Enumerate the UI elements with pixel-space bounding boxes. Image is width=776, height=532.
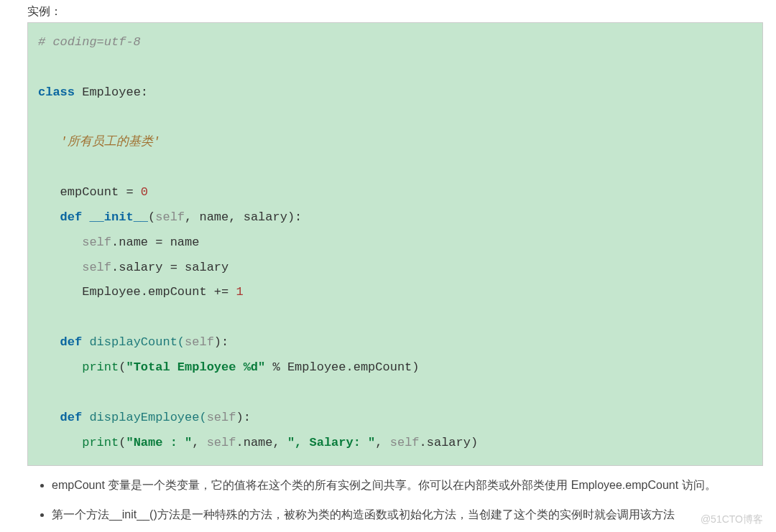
number-literal: 0 xyxy=(141,185,148,199)
code-line: def displayEmployee(self): xyxy=(38,411,251,424)
code-line: class Employee: xyxy=(38,85,148,99)
list-item: 第一个方法__init__()方法是一种特殊的方法，被称为类的构造函数或初始化方… xyxy=(52,504,763,526)
code-line: self.salary = salary xyxy=(38,261,228,274)
string-literal: ", Salary: " xyxy=(287,436,375,449)
fn-name: displayEmployee( xyxy=(82,411,206,424)
string-literal: "Total Employee %d" xyxy=(126,360,265,374)
fn-init: __init__ xyxy=(82,210,148,224)
code-line: def __init__(self, name, salary): xyxy=(38,210,302,224)
code-line: print("Total Employee %d" % Employee.emp… xyxy=(38,360,420,374)
code-line: def displayCount(self): xyxy=(38,335,228,349)
class-name: Employee: xyxy=(75,85,148,99)
code-line: Employee.empCount += 1 xyxy=(38,285,244,299)
code-line: empCount = 0 xyxy=(38,185,148,199)
param-self: self xyxy=(185,335,214,349)
keyword-def: def xyxy=(38,335,82,349)
code-line: print("Name : ", self.name, ", Salary: "… xyxy=(38,436,478,449)
keyword-class: class xyxy=(38,85,75,99)
list-item: empCount 变量是一个类变量，它的值将在这个类的所有实例之间共享。你可以在… xyxy=(52,475,763,496)
code-line: # coding=utf-8 xyxy=(38,35,141,49)
self-ref: self xyxy=(82,261,111,274)
self-ref: self xyxy=(390,436,420,449)
bullet-list: empCount 变量是一个类变量，它的值将在这个类的所有实例之间共享。你可以在… xyxy=(27,475,763,532)
fn-name: displayCount( xyxy=(82,335,185,349)
docstring: '所有员工的基类' xyxy=(38,135,160,149)
keyword-def: def xyxy=(38,411,82,424)
heading-top: 实例： xyxy=(27,4,763,19)
self-ref: self xyxy=(82,235,111,249)
param-self: self xyxy=(155,210,185,224)
string-literal: "Name : " xyxy=(126,436,192,449)
code-block: # coding=utf-8 class Employee: '所有员工的基类'… xyxy=(27,22,763,466)
self-ref: self xyxy=(207,436,236,449)
code-line: self.name = name xyxy=(38,235,199,249)
param-self: self xyxy=(207,411,236,424)
builtin-print: print xyxy=(82,360,119,374)
keyword-def: def xyxy=(38,210,82,224)
number-literal: 1 xyxy=(236,285,243,299)
builtin-print: print xyxy=(82,436,119,449)
